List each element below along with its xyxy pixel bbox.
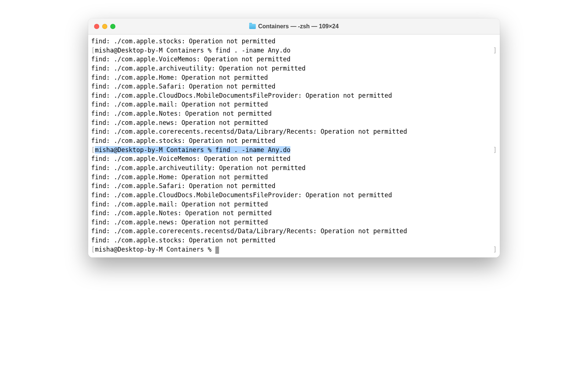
minimize-button[interactable]	[102, 24, 107, 29]
prompt-text: misha@Desktop-by-M Containers % find . -…	[95, 47, 290, 54]
terminal-line: [misha@Desktop-by-M Containers % find . …	[91, 145, 290, 155]
terminal-output-line: find: ./com.apple.CloudDocs.MobileDocume…	[91, 191, 497, 200]
terminal-output-line: find: ./com.apple.news: Operation not pe…	[91, 118, 497, 127]
folder-icon	[249, 24, 256, 29]
titlebar: Containers — -zsh — 109×24	[88, 18, 500, 35]
prompt-text: misha@Desktop-by-M Containers %	[95, 246, 215, 253]
right-bracket: ]	[493, 245, 497, 254]
window-title-text: Containers — -zsh — 109×24	[258, 23, 338, 30]
terminal-output-line: find: ./com.apple.VoiceMemos: Operation …	[91, 55, 497, 64]
terminal-output-line: find: ./com.apple.VoiceMemos: Operation …	[91, 154, 497, 163]
left-bracket: [	[91, 47, 95, 54]
terminal-output-line: find: ./com.apple.mail: Operation not pe…	[91, 100, 497, 109]
terminal-output-line: find: ./com.apple.corerecents.recentsd/D…	[91, 127, 497, 136]
terminal-output-line: find: ./com.apple.Notes: Operation not p…	[91, 109, 497, 118]
terminal-prompt-line: [misha@Desktop-by-M Containers % find . …	[91, 145, 497, 155]
terminal-window: Containers — -zsh — 109×24 find: ./com.a…	[88, 18, 500, 257]
terminal-output-line: find: ./com.apple.Home: Operation not pe…	[91, 173, 497, 182]
terminal-line: [misha@Desktop-by-M Containers % find . …	[91, 46, 290, 55]
right-bracket: ]	[493, 46, 497, 55]
terminal-output-line: find: ./com.apple.stocks: Operation not …	[91, 236, 497, 245]
terminal-output-line: find: ./com.apple.Notes: Operation not p…	[91, 209, 497, 218]
zoom-button[interactable]	[110, 24, 115, 29]
left-bracket: [	[91, 146, 95, 154]
terminal-output-line: find: ./com.apple.archiveutility: Operat…	[91, 64, 497, 73]
terminal-output-line: find: ./com.apple.Safari: Operation not …	[91, 181, 497, 191]
window-title: Containers — -zsh — 109×24	[88, 23, 500, 30]
terminal-content[interactable]: find: ./com.apple.stocks: Operation not …	[88, 35, 500, 257]
left-bracket: [	[91, 246, 95, 253]
traffic-lights	[94, 24, 115, 29]
terminal-output-line: find: ./com.apple.CloudDocs.MobileDocume…	[91, 91, 497, 100]
terminal-output-line: find: ./com.apple.Safari: Operation not …	[91, 82, 497, 91]
terminal-output-line: find: ./com.apple.news: Operation not pe…	[91, 218, 497, 227]
terminal-output-line: find: ./com.apple.stocks: Operation not …	[91, 37, 497, 46]
terminal-output-line: find: ./com.apple.stocks: Operation not …	[91, 136, 497, 145]
terminal-output-line: find: ./com.apple.Home: Operation not pe…	[91, 73, 497, 82]
terminal-prompt-line: [misha@Desktop-by-M Containers % ]	[91, 245, 497, 254]
terminal-output-line: find: ./com.apple.archiveutility: Operat…	[91, 163, 497, 173]
right-bracket: ]	[493, 145, 497, 155]
close-button[interactable]	[94, 24, 99, 29]
terminal-output-line: find: ./com.apple.corerecents.recentsd/D…	[91, 227, 497, 236]
terminal-output-line: find: ./com.apple.mail: Operation not pe…	[91, 200, 497, 209]
terminal-prompt-line: [misha@Desktop-by-M Containers % find . …	[91, 46, 497, 55]
terminal-line: [misha@Desktop-by-M Containers %	[91, 245, 219, 254]
prompt-text: misha@Desktop-by-M Containers % find . -…	[95, 146, 290, 154]
cursor	[215, 246, 219, 254]
